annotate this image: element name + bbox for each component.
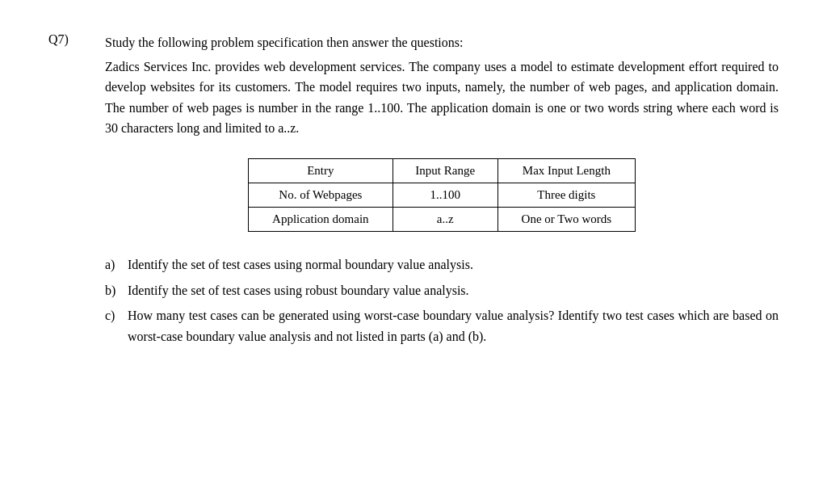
question-block: Q7) Study the following problem specific… [48, 32, 779, 351]
row2-entry: Application domain [249, 207, 393, 231]
row1-entry: No. of Webpages [249, 183, 393, 207]
part-text-a: Identify the set of test cases using nor… [128, 254, 779, 275]
list-item: b) Identify the set of test cases using … [105, 280, 779, 301]
row2-max-input-length: One or Two words [497, 207, 635, 231]
question-content: Study the following problem specificatio… [105, 32, 779, 351]
row2-input-range: a..z [393, 207, 497, 231]
question-number: Q7) [48, 32, 89, 351]
list-item: a) Identify the set of test cases using … [105, 254, 779, 275]
part-label-c: c) [105, 305, 121, 346]
parts-list: a) Identify the set of test cases using … [105, 254, 779, 346]
table-header-row: Entry Input Range Max Input Length [249, 158, 636, 183]
list-item: c) How many test cases can be generated … [105, 305, 779, 346]
part-text-c: How many test cases can be generated usi… [128, 305, 779, 346]
col-header-input-range: Input Range [393, 158, 497, 183]
data-table: Entry Input Range Max Input Length No. o… [248, 158, 636, 232]
row1-input-range: 1..100 [393, 183, 497, 207]
row1-max-input-length: Three digits [497, 183, 635, 207]
col-header-max-input-length: Max Input Length [497, 158, 635, 183]
question-text: Study the following problem specificatio… [105, 32, 779, 139]
table-row: No. of Webpages 1..100 Three digits [249, 183, 636, 207]
part-label-a: a) [105, 254, 121, 275]
question-paragraph: Zadics Services Inc. provides web develo… [105, 57, 779, 139]
table-row: Application domain a..z One or Two words [249, 207, 636, 231]
part-label-b: b) [105, 280, 121, 301]
table-container: Entry Input Range Max Input Length No. o… [105, 158, 779, 232]
question-intro: Study the following problem specificatio… [105, 32, 779, 53]
col-header-entry: Entry [249, 158, 393, 183]
part-text-b: Identify the set of test cases using rob… [128, 280, 779, 301]
